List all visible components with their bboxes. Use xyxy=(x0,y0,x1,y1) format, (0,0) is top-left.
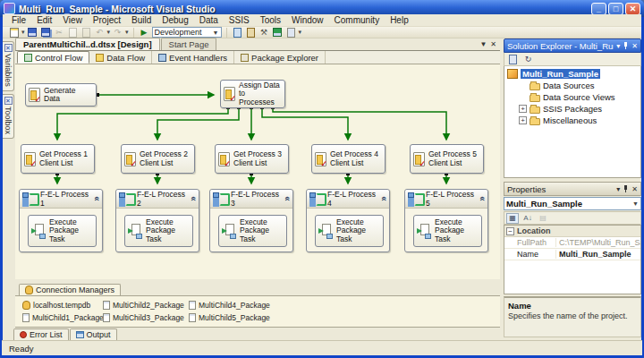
pin-icon[interactable] xyxy=(623,185,629,192)
foreach-loop-container[interactable]: F-E-L Process 4 « Execute Package Task xyxy=(306,189,390,252)
task-get-process-client-list[interactable]: Get Process 3 Client List xyxy=(215,144,289,174)
expand-icon[interactable]: + xyxy=(519,105,527,113)
new-project-icon[interactable] xyxy=(8,27,20,38)
options-icon[interactable]: ⚒ xyxy=(258,27,270,38)
foreach-loop-container[interactable]: F-E-L Process 2 « Execute Package Task xyxy=(115,189,199,252)
close-document-icon[interactable]: ✕ xyxy=(490,40,496,48)
properties-header[interactable]: Properties ▾ ✕ xyxy=(504,182,641,196)
task-get-process-client-list[interactable]: Get Process 5 Client List xyxy=(410,144,484,174)
control-flow-design-surface[interactable]: Generate Data Assign Data to Processes G… xyxy=(15,64,500,279)
property-pages-icon[interactable]: ▤ xyxy=(537,213,549,224)
menu-item[interactable]: File xyxy=(6,14,31,26)
menu-item[interactable]: Tools xyxy=(255,14,286,26)
panel-dropdown-icon[interactable]: ▾ xyxy=(616,185,620,193)
undo-icon[interactable]: ↶ xyxy=(94,27,106,38)
properties-object-combobox[interactable]: Multi_Run_Sample ▼ xyxy=(504,197,641,210)
menu-item[interactable]: Project xyxy=(88,14,126,26)
bottom-tab[interactable]: Error List xyxy=(13,328,69,340)
new-dropdown-icon[interactable]: ▾ xyxy=(21,29,25,36)
menu-item[interactable]: Debug xyxy=(157,14,193,26)
save-all-icon[interactable] xyxy=(40,27,52,38)
collapse-chevron-icon[interactable]: « xyxy=(380,196,387,201)
properties-tool-icon[interactable] xyxy=(507,54,519,64)
connection-managers-tab[interactable]: Connection Managers xyxy=(19,284,121,295)
menu-item[interactable]: View xyxy=(57,14,88,26)
document-tab[interactable]: Start Page xyxy=(161,38,217,50)
bottom-tab[interactable]: Output xyxy=(70,328,117,340)
window-icon[interactable] xyxy=(285,27,297,38)
container-header[interactable]: F-E-L Process 5 « xyxy=(405,190,487,209)
task-get-process-client-list[interactable]: Get Process 4 Client List xyxy=(311,144,386,174)
tree-item[interactable]: + Miscellaneous xyxy=(504,115,640,126)
connection-manager-item[interactable]: MultiChild5_Package xyxy=(189,311,278,324)
package-icon[interactable] xyxy=(272,27,284,38)
cut-icon[interactable]: ✂ xyxy=(54,27,65,38)
connection-managers-list[interactable]: localhost.tempdb MultiChild2_Package Mul… xyxy=(15,296,500,328)
menu-item[interactable]: SSIS xyxy=(224,14,255,26)
container-header[interactable]: F-E-L Process 1 « xyxy=(20,190,102,209)
task-execute-package[interactable]: Execute Package Task xyxy=(413,215,482,247)
maximize-button[interactable]: □ xyxy=(608,3,623,15)
collapse-chevron-icon[interactable]: « xyxy=(190,196,197,201)
designer-tab[interactable]: Event Handlers xyxy=(152,51,234,64)
collapse-icon[interactable]: − xyxy=(506,227,514,235)
start-debugging-icon[interactable]: ▶ xyxy=(139,27,150,38)
close-button[interactable]: ✕ xyxy=(625,3,640,15)
copy-icon[interactable] xyxy=(67,27,79,38)
layout-icon[interactable] xyxy=(232,27,243,38)
redo-dropdown-icon[interactable]: ▾ xyxy=(125,29,129,36)
side-tab[interactable]: ✕ Variables xyxy=(3,41,14,91)
collapse-chevron-icon[interactable]: « xyxy=(479,196,486,201)
connection-manager-item[interactable]: MultiChild1_Package xyxy=(22,311,99,324)
tree-item[interactable]: + SSIS Packages xyxy=(504,103,640,115)
category-row[interactable]: − Location xyxy=(504,226,640,237)
menu-item[interactable]: Edit xyxy=(31,14,57,26)
connection-manager-item[interactable]: localhost.tempdb xyxy=(22,299,99,311)
side-tab[interactable]: ✕ Toolbox xyxy=(3,94,14,139)
task-execute-package[interactable]: Execute Package Task xyxy=(124,215,193,247)
panel-close-icon[interactable]: ✕ xyxy=(631,185,638,193)
collapse-chevron-icon[interactable]: « xyxy=(93,196,100,201)
connection-manager-item[interactable]: MultiChild4_Package xyxy=(189,299,278,311)
container-header[interactable]: F-E-L Process 2 « xyxy=(116,190,199,209)
property-row[interactable]: Name Multi_Run_Sample xyxy=(504,249,640,260)
document-tab[interactable]: ParentMultiChil..d.dtsx [Design] xyxy=(15,38,160,50)
foreach-loop-container[interactable]: F-E-L Process 1 « Execute Package Task xyxy=(19,189,103,252)
menu-item[interactable]: Build xyxy=(126,14,157,26)
solution-explorer-tree[interactable]: Multi_Run_Sample + Data Sources + Data S… xyxy=(504,66,641,178)
minimize-button[interactable]: _ xyxy=(591,3,606,15)
foreach-loop-container[interactable]: F-E-L Process 3 « Execute Package Task xyxy=(209,189,293,252)
redo-icon[interactable]: ↷ xyxy=(112,27,123,38)
categorized-icon[interactable]: ▦ xyxy=(506,213,519,224)
menu-item[interactable]: Window xyxy=(286,14,329,26)
connection-manager-item[interactable]: MultiChild3_Package xyxy=(103,311,185,324)
toolbar-overflow-icon[interactable]: ▾ xyxy=(299,29,302,36)
foreach-loop-container[interactable]: F-E-L Process 5 « Execute Package Task xyxy=(404,189,488,252)
task-get-process-client-list[interactable]: Get Process 2 Client List xyxy=(121,144,195,174)
designer-tab[interactable]: Data Flow xyxy=(89,51,152,64)
property-row[interactable]: FullPath C:\TEMP\Multi_Run_Sample\M xyxy=(504,237,640,249)
container-header[interactable]: F-E-L Process 3 « xyxy=(210,190,292,209)
save-icon[interactable] xyxy=(27,27,38,38)
panel-dropdown-icon[interactable]: ▾ xyxy=(616,42,620,50)
document-list-dropdown-icon[interactable]: ▼ xyxy=(479,40,487,48)
tree-item[interactable]: + Data Sources xyxy=(504,80,640,91)
solution-explorer-header[interactable]: Solution Explorer - Multi_Run_Sample ▾ ✕ xyxy=(504,38,641,53)
task-get-process-client-list[interactable]: Get Process 1 Client List xyxy=(21,144,95,174)
connection-manager-item[interactable]: MultiChild2_Package xyxy=(103,299,185,311)
configuration-combobox[interactable]: Development ▼ xyxy=(152,27,222,38)
alphabetical-sort-icon[interactable]: A↓ xyxy=(521,213,534,224)
task-generate-data[interactable]: Generate Data xyxy=(25,83,97,107)
task-execute-package[interactable]: Execute Package Task xyxy=(28,215,97,247)
pin-icon[interactable] xyxy=(623,42,629,49)
undo-dropdown-icon[interactable]: ▾ xyxy=(107,29,111,36)
menu-item[interactable]: Data xyxy=(194,14,224,26)
paste-icon[interactable] xyxy=(80,27,92,38)
refresh-icon[interactable]: ↻ xyxy=(522,54,534,64)
tree-item[interactable]: + Data Source Views xyxy=(504,91,640,103)
task-execute-package[interactable]: Execute Package Task xyxy=(218,215,287,247)
task-execute-package[interactable]: Execute Package Task xyxy=(315,215,384,247)
menu-item[interactable]: Community xyxy=(329,14,386,26)
collapse-chevron-icon[interactable]: « xyxy=(284,196,291,201)
properties-grid[interactable]: − Location FullPath C:\TEMP\Multi_Run_Sa… xyxy=(504,225,641,294)
